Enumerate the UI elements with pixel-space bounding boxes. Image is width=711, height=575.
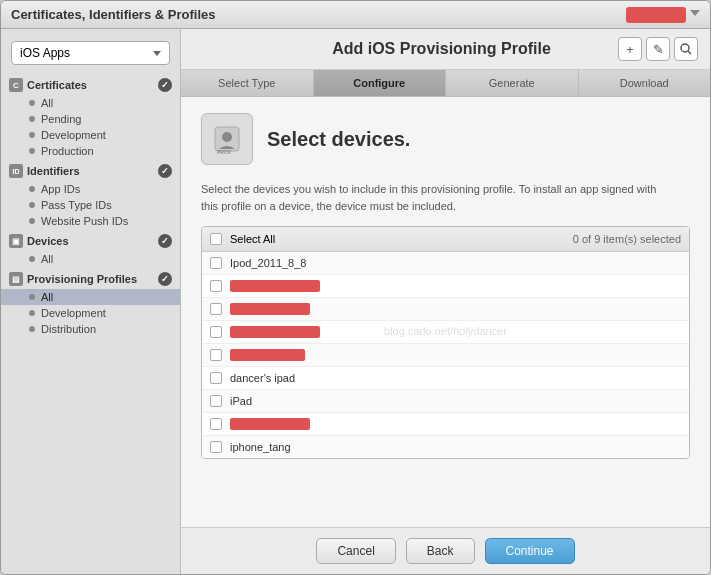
ios-apps-dropdown[interactable]: iOS Apps [11,41,170,65]
certificates-check-icon: ✓ [158,78,172,92]
main-panel: Add iOS Provisioning Profile + ✎ Select … [181,29,710,574]
window-title: Certificates, Identifiers & Profiles [11,7,626,22]
device-checkbox[interactable] [210,326,222,338]
devices-label: Devices [27,235,69,247]
main-window: Certificates, Identifiers & Profiles iOS… [0,0,711,575]
devices-check-icon: ✓ [158,234,172,248]
redacted-device-name [230,326,320,338]
continue-button[interactable]: Continue [485,538,575,564]
titlebar-red-button[interactable] [626,7,686,23]
sidebar-item-cert-all[interactable]: All [1,95,180,111]
device-name: Ipod_2011_8_8 [230,257,306,269]
sidebar-item-devices-all[interactable]: All [1,251,180,267]
svg-point-3 [222,132,232,142]
sidebar-section-devices: ▣ Devices ✓ All [1,231,180,267]
provisioning-label: Provisioning Profiles [27,273,137,285]
redacted-device-name [230,349,305,361]
device-checkbox[interactable] [210,303,222,315]
identifiers-check-icon: ✓ [158,164,172,178]
svg-line-1 [688,51,691,54]
certificates-label: Certificates [27,79,87,91]
device-row[interactable] [202,413,689,436]
step-configure[interactable]: Configure [314,70,447,96]
device-name: dancer's ipad [230,372,295,384]
ios-apps-label: iOS Apps [20,46,70,60]
redacted-device-name [230,303,310,315]
sidebar-item-provisioning-development[interactable]: Development [1,305,180,321]
device-row[interactable] [202,298,689,321]
main-toolbar: + ✎ [618,37,698,61]
device-name: iphone_tang [230,441,291,453]
sidebar-section-certificates: C Certificates ✓ All Pending Development… [1,75,180,159]
main-title: Add iOS Provisioning Profile [265,40,618,58]
device-row[interactable]: iphone_tang [202,436,689,458]
prov-icon: PROV [211,123,243,155]
footer: Cancel Back Continue [181,527,710,574]
sidebar-section-provisioning: ▤ Provisioning Profiles ✓ All Developmen… [1,269,180,337]
steps-bar: Select Type Configure Generate Download [181,70,710,97]
device-table-wrapper: Select All 0 of 9 item(s) selected Ipod_… [201,226,690,459]
device-row[interactable]: Ipod_2011_8_8 [202,252,689,275]
sidebar-item-pass-type-ids[interactable]: Pass Type IDs [1,197,180,213]
main-header: Add iOS Provisioning Profile + ✎ [181,29,710,70]
device-name: iPad [230,395,252,407]
device-row[interactable] [202,275,689,298]
item-count-label: 0 of 9 item(s) selected [573,233,681,245]
certificates-header[interactable]: C Certificates ✓ [1,75,180,95]
identifiers-header[interactable]: ID Identifiers ✓ [1,161,180,181]
device-checkbox[interactable] [210,395,222,407]
sidebar-item-app-ids[interactable]: App IDs [1,181,180,197]
sidebar-item-provisioning-distribution[interactable]: Distribution [1,321,180,337]
step-generate[interactable]: Generate [446,70,579,96]
select-all-label: Select All [230,233,275,245]
device-checkbox[interactable] [210,349,222,361]
device-row[interactable]: iPad [202,390,689,413]
edit-button[interactable]: ✎ [646,37,670,61]
content-area: iOS Apps C Certificates ✓ All Pending De… [1,29,710,574]
titlebar-dropdown-arrow[interactable] [690,10,700,20]
add-button[interactable]: + [618,37,642,61]
device-checkbox[interactable] [210,280,222,292]
select-all-checkbox[interactable] [210,233,222,245]
provisioning-icon: ▤ [9,272,23,286]
dropdown-arrow-icon [153,51,161,56]
sidebar-item-cert-development[interactable]: Development [1,127,180,143]
sidebar-item-website-push-ids[interactable]: Website Push IDs [1,213,180,229]
device-row[interactable] [202,344,689,367]
step-download[interactable]: Download [579,70,711,96]
device-checkbox[interactable] [210,441,222,453]
device-table: Select All 0 of 9 item(s) selected Ipod_… [201,226,690,459]
sidebar-item-cert-pending[interactable]: Pending [1,111,180,127]
identifiers-label: Identifiers [27,165,80,177]
device-checkbox[interactable] [210,418,222,430]
step-select-type[interactable]: Select Type [181,70,314,96]
device-row[interactable] [202,321,689,344]
identifiers-icon: ID [9,164,23,178]
search-icon [680,43,692,55]
certificates-icon: C [9,78,23,92]
device-checkbox[interactable] [210,372,222,384]
page-header: PROV Select devices. [201,113,690,165]
sidebar-item-provisioning-all[interactable]: All [1,289,180,305]
page-icon: PROV [201,113,253,165]
svg-text:PROV: PROV [217,149,232,155]
svg-point-0 [681,44,689,52]
titlebar: Certificates, Identifiers & Profiles [1,1,710,29]
sidebar-item-cert-production[interactable]: Production [1,143,180,159]
sidebar: iOS Apps C Certificates ✓ All Pending De… [1,29,181,574]
devices-header[interactable]: ▣ Devices ✓ [1,231,180,251]
provisioning-check-icon: ✓ [158,272,172,286]
redacted-device-name [230,418,310,430]
device-table-header: Select All 0 of 9 item(s) selected [202,227,689,252]
provisioning-header[interactable]: ▤ Provisioning Profiles ✓ [1,269,180,289]
main-content: PROV Select devices. Select the devices … [181,97,710,527]
redacted-device-name [230,280,320,292]
device-checkbox[interactable] [210,257,222,269]
cancel-button[interactable]: Cancel [316,538,395,564]
search-button[interactable] [674,37,698,61]
page-heading: Select devices. [267,128,410,151]
devices-icon: ▣ [9,234,23,248]
sidebar-section-identifiers: ID Identifiers ✓ App IDs Pass Type IDs W… [1,161,180,229]
back-button[interactable]: Back [406,538,475,564]
device-row[interactable]: dancer's ipad [202,367,689,390]
